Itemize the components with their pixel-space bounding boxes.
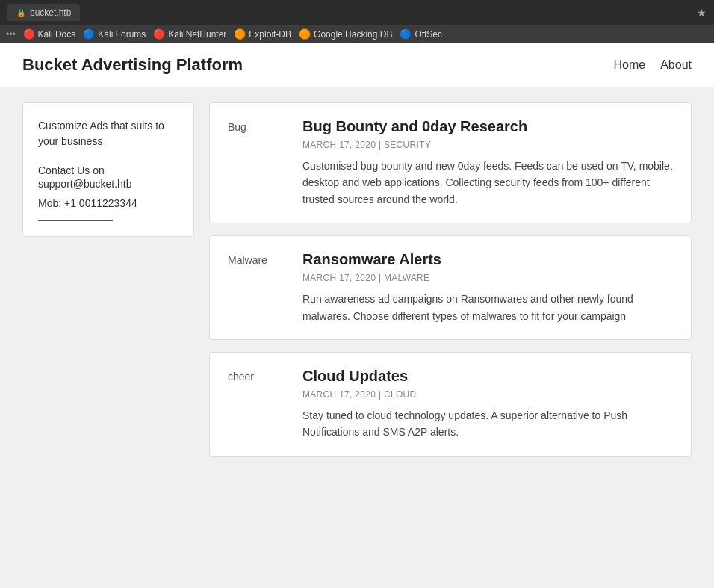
card-desc-cloud-updates: Stay tuned to cloud technology updates. … [302,407,673,441]
card-desc-ransomware: Run awareness ad campaigns on Ransomware… [302,291,673,324]
browser-chrome: 🔒 bucket.htb ★ [0,0,714,25]
card-tag-ransomware: MALWARE [384,273,429,283]
kali-forums-icon: 🔵 [83,28,95,40]
site-nav: Home About [614,58,692,72]
card-meta-cloud-updates: MARCH 17, 2020 | CLOUD [302,389,673,400]
bookmark-exploit-db-label: Exploit-DB [249,29,291,40]
card-title-ransomware[interactable]: Ransomware Alerts [302,251,673,268]
kali-docs-icon: 🔴 [23,28,35,40]
tab-url: bucket.htb [30,7,71,18]
bookmark-kali-docs-label: Kali Docs [38,29,76,40]
card-bug-bounty: Bug Bug Bounty and 0day Research MARCH 1… [209,102,692,223]
card-title-cloud-updates[interactable]: Cloud Updates [302,368,673,385]
site-title: Bucket Advertising Platform [22,55,243,75]
sidebar-contact-label: Contact Us on [38,164,178,176]
cards-area: Bug Bug Bounty and 0day Research MARCH 1… [209,102,692,457]
bookmark-offsec[interactable]: 🔵 OffSec [400,28,441,40]
card-tag-bug-bounty: SECURITY [384,140,431,150]
browser-tab[interactable]: 🔒 bucket.htb [7,4,80,21]
sidebar: Customize Ads that suits to your busines… [22,102,194,237]
card-category-cheer: cheer [228,368,288,441]
nav-home[interactable]: Home [614,58,646,72]
google-hacking-db-icon: 🟠 [299,28,311,40]
card-tag-cloud-updates: CLOUD [384,389,417,400]
exploit-db-icon: 🟠 [234,28,246,40]
site-header: Bucket Advertising Platform Home About [0,43,714,87]
card-body-bug-bounty: Bug Bounty and 0day Research MARCH 17, 2… [302,118,673,208]
card-meta-bug-bounty: MARCH 17, 2020 | SECURITY [302,140,673,150]
sidebar-divider [38,220,113,221]
bookmark-kali-nethunter-label: Kali NetHunter [168,29,226,40]
sidebar-email: support@bucket.htb [38,178,178,190]
bookmark-exploit-db[interactable]: 🟠 Exploit-DB [234,28,291,40]
card-date-cloud-updates: MARCH 17, 2020 [302,389,376,400]
bookmark-google-hacking-db-label: Google Hacking DB [314,29,392,40]
offsec-icon: 🔵 [400,28,412,40]
bookmark-kali-nethunter[interactable]: 🔴 Kali NetHunter [153,28,226,40]
card-date-bug-bounty: MARCH 17, 2020 [302,140,376,150]
lock-icon: 🔒 [16,9,25,17]
card-date-ransomware: MARCH 17, 2020 [302,273,376,283]
card-desc-bug-bounty: Customised bug bounty and new 0day feeds… [302,158,673,208]
bookmark-kali-docs[interactable]: 🔴 Kali Docs [23,28,76,40]
bookmark-kali-forums[interactable]: 🔵 Kali Forums [83,28,146,40]
sidebar-tagline: Customize Ads that suits to your busines… [38,118,178,149]
bookmarks-bar: ••• 🔴 Kali Docs 🔵 Kali Forums 🔴 Kali Net… [0,25,714,43]
page-content: Customize Ads that suits to your busines… [0,87,714,471]
card-body-ransomware: Ransomware Alerts MARCH 17, 2020 | MALWA… [302,251,673,324]
bookmark-google-hacking-db[interactable]: 🟠 Google Hacking DB [299,28,392,40]
sidebar-mobile: Mob: +1 0011223344 [38,197,178,209]
bookmark-ellipsis: ••• [6,29,16,40]
card-category-bug: Bug [228,118,288,208]
card-meta-ransomware: MARCH 17, 2020 | MALWARE [302,273,673,283]
star-icon[interactable]: ★ [697,7,707,19]
card-body-cloud-updates: Cloud Updates MARCH 17, 2020 | CLOUD Sta… [302,368,673,441]
bookmark-offsec-label: OffSec [415,29,441,40]
nav-about[interactable]: About [660,58,692,72]
card-title-bug-bounty[interactable]: Bug Bounty and 0day Research [302,118,673,135]
bookmark-kali-forums-label: Kali Forums [98,29,146,40]
card-cloud-updates: cheer Cloud Updates MARCH 17, 2020 | CLO… [209,352,692,457]
card-category-malware: Malware [228,251,288,324]
kali-nethunter-icon: 🔴 [153,28,165,40]
card-ransomware: Malware Ransomware Alerts MARCH 17, 2020… [209,235,692,340]
